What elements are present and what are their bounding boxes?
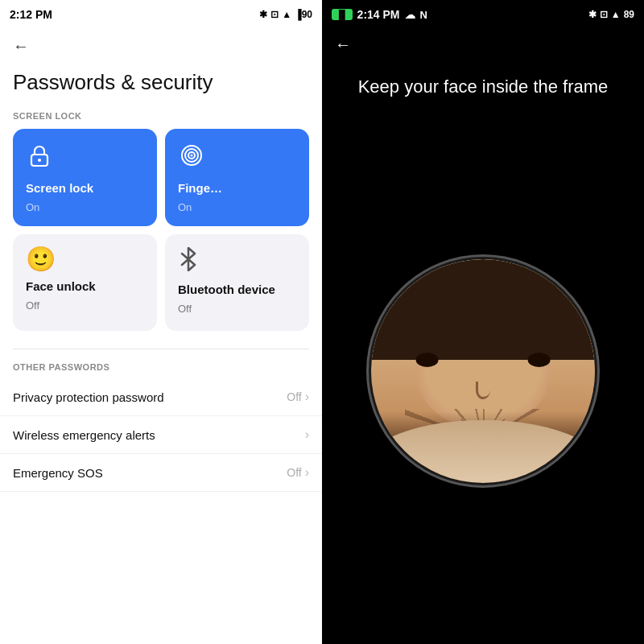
back-arrow-icon: ← <box>13 37 29 55</box>
face-unlock-status: Off <box>26 299 144 312</box>
face-frame-instruction: Keep your face inside the frame <box>342 76 625 97</box>
status-bar-left: 2:12 PM ✱ ⊡ ▲ ▐90 <box>0 0 322 29</box>
hair <box>371 259 595 360</box>
status-icons-left: ✱ ⊡ ▲ ▐90 <box>259 9 312 20</box>
face-frame-container <box>322 97 644 644</box>
bluetooth-device-status: Off <box>178 303 296 315</box>
fingerprint-status: On <box>178 201 296 213</box>
fingerprint-icon <box>178 142 296 173</box>
cloud-icon-right: ☁ <box>405 9 415 21</box>
emergency-sos-right: Off › <box>287 465 309 480</box>
left-panel: 2:12 PM ✱ ⊡ ▲ ▐90 ← Passwords & security… <box>0 0 322 644</box>
nose <box>476 382 490 399</box>
battery-indicator: ▐▌ <box>332 9 353 20</box>
screen-lock-tile[interactable]: Screen lock On <box>13 129 157 226</box>
emergency-sos-item[interactable]: Emergency SOS Off › <box>0 454 322 492</box>
emergency-sos-value: Off <box>287 466 301 479</box>
privacy-protection-label: Privacy protection password <box>13 390 164 404</box>
bluetooth-device-title: Bluetooth device <box>178 283 296 296</box>
right-eye <box>527 353 550 367</box>
back-button-left[interactable]: ← <box>0 29 322 64</box>
bluetooth-icon-right: ✱ <box>588 9 597 20</box>
privacy-protection-right: Off › <box>287 390 309 404</box>
page-title: Passwords & security <box>0 64 322 111</box>
face-circle-outer <box>366 254 600 488</box>
wifi-icon-right: ▲ <box>611 9 621 20</box>
signal-icon: ⊡ <box>270 9 279 20</box>
back-arrow-right-icon: ← <box>335 35 351 53</box>
n-icon-right: N <box>420 9 427 21</box>
battery-icon: ▐90 <box>295 9 312 20</box>
wifi-icon: ▲ <box>282 9 291 20</box>
wireless-emergency-right: › <box>305 427 309 442</box>
emergency-sos-chevron: › <box>305 465 309 480</box>
privacy-protection-chevron: › <box>305 390 309 404</box>
time-right: 2:14 PM <box>357 8 400 21</box>
back-button-right[interactable]: ← <box>322 29 644 60</box>
privacy-protection-item[interactable]: Privacy protection password Off › <box>0 378 322 416</box>
lock-icon <box>26 142 144 173</box>
bluetooth-device-tile[interactable]: Bluetooth device Off <box>165 234 309 331</box>
signal-icon-right: ⊡ <box>600 9 608 20</box>
fingerprint-tile[interactable]: Finge… On <box>165 129 309 226</box>
svg-point-1 <box>38 159 41 162</box>
right-panel: ▐▌ 2:14 PM ☁ N ✱ ⊡ ▲ 89 ← Keep your face… <box>322 0 644 644</box>
fingerprint-title: Finge… <box>178 181 296 195</box>
other-passwords-section-label: OTHER PASSWORDS <box>0 359 322 378</box>
face-illustration <box>371 259 595 483</box>
screen-lock-status: On <box>26 201 144 213</box>
face-unlock-tile[interactable]: 🙂 Face unlock Off <box>13 234 157 331</box>
screen-lock-title: Screen lock <box>26 181 144 195</box>
privacy-protection-value: Off <box>287 390 301 403</box>
divider-1 <box>13 349 309 349</box>
time-left: 2:12 PM <box>10 8 52 21</box>
status-bar-right: ▐▌ 2:14 PM ☁ N ✱ ⊡ ▲ 89 <box>322 0 644 29</box>
face-circle-inner <box>371 259 595 483</box>
face-unlock-title: Face unlock <box>26 279 144 293</box>
wireless-emergency-chevron: › <box>305 427 309 442</box>
left-eye <box>416 353 439 367</box>
face-icon: 🙂 <box>26 247 144 271</box>
emergency-sos-label: Emergency SOS <box>13 466 103 480</box>
screen-lock-section-label: SCREEN LOCK <box>0 111 322 129</box>
eyes <box>416 353 551 367</box>
battery-text-right: 89 <box>624 9 634 20</box>
wireless-emergency-item[interactable]: Wireless emergency alerts › <box>0 416 322 454</box>
status-icons-right: ✱ ⊡ ▲ 89 <box>588 9 634 20</box>
svg-point-5 <box>191 155 193 157</box>
bluetooth-status-icon: ✱ <box>259 9 267 20</box>
bluetooth-tile-icon <box>178 247 296 275</box>
tiles-grid: Screen lock On Finge… On 🙂 Face unlock O… <box>0 129 322 339</box>
wireless-emergency-label: Wireless emergency alerts <box>13 428 155 442</box>
